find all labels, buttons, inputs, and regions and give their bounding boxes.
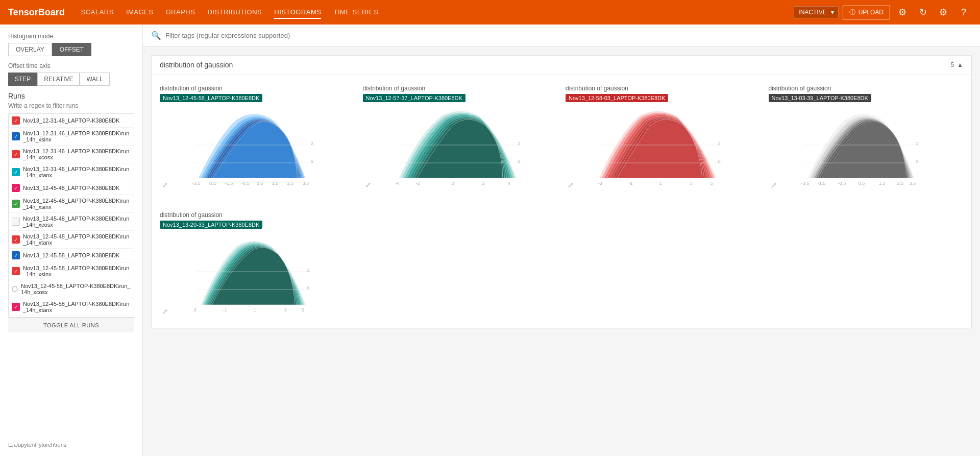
run-list-item[interactable]: Nov13_12-45-48_LAPTOP-K380E8DK\run_14h_x… xyxy=(9,213,134,231)
chart4-area: 2 6 -3.5 -1.5 -0.5 0.5 1.5 2.5 3.5 xyxy=(769,104,964,191)
run-list-item[interactable]: ✓Nov13_12-45-48_LAPTOP-K380E8DK\run_14h_… xyxy=(9,231,134,249)
svg-text:1.5: 1.5 xyxy=(272,181,279,186)
run-checkbox[interactable]: ✓ xyxy=(12,251,20,259)
svg-text:2: 2 xyxy=(482,181,484,186)
axis-wall-btn[interactable]: WALL xyxy=(80,73,109,86)
svg-text:6: 6 xyxy=(311,159,313,164)
svg-text:6: 6 xyxy=(518,159,520,164)
svg-text:-1: -1 xyxy=(223,307,227,313)
nav-graphs[interactable]: GRAPHS xyxy=(165,6,195,19)
upload-button[interactable]: ⓘ UPLOAD xyxy=(843,6,890,19)
svg-text:-2.5: -2.5 xyxy=(209,181,217,186)
chart3-area: 2 6 -3 -1 1 3 5 ⤢ xyxy=(566,104,761,191)
card-expand-btn[interactable]: 5 ▲ xyxy=(950,61,963,68)
nav-images[interactable]: IMAGES xyxy=(126,6,154,19)
nav-timeseries[interactable]: TIME SERIES xyxy=(333,6,378,19)
chart-cell-5: distribution of gaussion Nov13_13-20-33_… xyxy=(156,205,359,324)
run-name: Nov13_12-45-58_LAPTOP-K380E8DK\run_14h_x… xyxy=(23,301,131,313)
top-nav: TensorBoard SCALARS IMAGES GRAPHS DISTRI… xyxy=(0,0,980,25)
main-content: 🔍 distribution of gaussion 5 ▲ distribut… xyxy=(143,25,980,456)
svg-text:2: 2 xyxy=(718,141,721,146)
axis-relative-btn[interactable]: RELATIVE xyxy=(37,73,80,86)
axis-step-btn[interactable]: STEP xyxy=(8,73,37,86)
chart2-expand-icon[interactable]: ⤢ xyxy=(365,181,371,189)
toggle-all-button[interactable]: TOGGLE ALL RUNS xyxy=(8,318,134,332)
run-checkbox[interactable]: ✓ xyxy=(12,168,20,176)
chart1-svg: 2 6 -3.5 -2.5 -1.5 -0.5 0.5 1.5 2.5 3.5 xyxy=(160,104,355,186)
run-list-item[interactable]: ✓Nov13_12-45-58_LAPTOP-K380E8DK\run_14h_… xyxy=(9,262,134,280)
gear-icon[interactable]: ⚙ xyxy=(935,4,951,20)
expand-icon: ▲ xyxy=(957,61,963,68)
nav-links: SCALARS IMAGES GRAPHS DISTRIBUTIONS HIST… xyxy=(81,6,794,19)
svg-text:1.5: 1.5 xyxy=(878,181,885,186)
run-list-item[interactable]: ✓Nov13_12-31-46_LAPTOP-K380E8DK\run_14h_… xyxy=(9,163,134,181)
mode-overlay-btn[interactable]: OVERLAY xyxy=(8,43,52,56)
run-checkbox[interactable]: ✓ xyxy=(12,150,20,158)
chart-cell-2: distribution of gaussion Nov13_12-57-37_… xyxy=(359,79,562,197)
chart3-run-label: Nov13_12-58-03_LAPTOP-K380E8DK xyxy=(566,94,668,102)
run-checkbox[interactable]: ✓ xyxy=(12,132,20,140)
search-input[interactable] xyxy=(165,32,972,39)
run-checkbox[interactable]: ✓ xyxy=(12,267,20,275)
runs-filter-label: Write a regex to filter runs xyxy=(8,102,134,109)
run-name: Nov13_12-31-46_LAPTOP-K380E8DK\run_14h_x… xyxy=(23,130,131,142)
chart5-expand-icon[interactable]: ⤢ xyxy=(162,307,168,316)
svg-text:2.5: 2.5 xyxy=(287,181,294,186)
run-checkbox[interactable] xyxy=(12,218,20,226)
chart-cell-3: distribution of gaussion Nov13_12-58-03_… xyxy=(561,79,765,197)
svg-text:-0.5: -0.5 xyxy=(241,181,250,186)
run-name: Nov13_12-45-58_LAPTOP-K380E8DK xyxy=(23,252,119,258)
run-circle[interactable] xyxy=(12,286,18,292)
run-list-item[interactable]: ✓Nov13_12-31-46_LAPTOP-K380E8DK\run_14h_… xyxy=(9,128,134,146)
search-bar: 🔍 xyxy=(143,25,980,47)
main-card: distribution of gaussion 5 ▲ distributio… xyxy=(151,55,972,328)
settings-icon[interactable]: ⚙ xyxy=(894,4,911,20)
run-checkbox[interactable]: ✓ xyxy=(12,184,20,192)
run-checkbox[interactable]: ✓ xyxy=(12,303,20,311)
nav-scalars[interactable]: SCALARS xyxy=(81,6,114,19)
svg-text:5: 5 xyxy=(710,181,713,186)
chart2-svg: 2 6 -4 -2 0 2 4 xyxy=(363,104,558,186)
svg-text:-2: -2 xyxy=(415,181,420,186)
chart2-area: 2 6 -4 -2 0 2 4 ⤢ xyxy=(363,104,558,191)
run-list-item[interactable]: ✓Nov13_12-45-58_LAPTOP-K380E8DK xyxy=(9,249,134,262)
nav-histograms[interactable]: HISTOGRAMS xyxy=(274,6,321,19)
run-list-item[interactable]: ✓Nov13_12-45-48_LAPTOP-K380E8DK xyxy=(9,181,134,195)
run-name: Nov13_12-45-48_LAPTOP-K380E8DK\run_14h_x… xyxy=(23,233,131,246)
svg-text:-1.5: -1.5 xyxy=(817,181,825,186)
run-list-item[interactable]: ✓Nov13_12-31-46_LAPTOP-K380E8DK\run_14h_… xyxy=(9,146,134,163)
chart5-area: 2 6 -3 -1 1 3 5 ⤢ xyxy=(160,231,355,318)
run-checkbox[interactable]: ✓ xyxy=(12,200,20,208)
chart3-expand-icon[interactable]: ⤢ xyxy=(568,181,574,189)
run-name: Nov13_12-45-58_LAPTOP-K380E8DK\run_14h_x… xyxy=(21,283,131,295)
run-list-item[interactable]: Nov13_12-45-58_LAPTOP-K380E8DK\run_14h_x… xyxy=(9,280,134,298)
svg-text:-1: -1 xyxy=(629,181,633,186)
chart2-run-label: Nov13_12-57-37_LAPTOP-K380E8DK xyxy=(363,94,465,102)
help-icon[interactable]: ? xyxy=(955,4,972,20)
chart4-expand-icon[interactable]: ⤢ xyxy=(771,181,777,189)
run-name: Nov13_12-45-48_LAPTOP-K380E8DK\run_14h_x… xyxy=(23,198,131,210)
card-title: distribution of gaussion xyxy=(160,61,233,69)
chart1-expand-icon[interactable]: ⤢ xyxy=(162,181,168,189)
run-list-item[interactable]: ✓Nov13_12-45-48_LAPTOP-K380E8DK\run_14h_… xyxy=(9,195,134,213)
refresh-icon[interactable]: ↻ xyxy=(915,4,931,20)
svg-text:3: 3 xyxy=(284,307,287,313)
run-list-item[interactable]: ✓Nov13_12-45-58_LAPTOP-K380E8DK\run_14h_… xyxy=(9,298,134,316)
svg-text:-0.5: -0.5 xyxy=(838,181,846,186)
run-checkbox[interactable]: ✓ xyxy=(12,235,20,244)
sidebar-footer: E:\Jupyter\Pytorch\runs xyxy=(8,438,134,448)
svg-text:3: 3 xyxy=(690,181,693,186)
chart3-title: distribution of gaussion xyxy=(566,85,628,94)
nav-distributions[interactable]: DISTRIBUTIONS xyxy=(207,6,262,19)
svg-text:6: 6 xyxy=(307,285,310,291)
inactive-dropdown[interactable]: INACTIVE ▾ xyxy=(794,6,838,18)
brand-logo: TensorBoard xyxy=(8,7,65,18)
chevron-down-icon: ▾ xyxy=(831,9,834,16)
run-name: Nov13_12-45-48_LAPTOP-K380E8DK\run_14h_x… xyxy=(23,215,131,228)
run-checkbox[interactable]: ✓ xyxy=(12,116,20,125)
run-list-item[interactable]: ✓Nov13_12-31-46_LAPTOP-K380E8DK xyxy=(9,114,134,128)
empty-cell-3 xyxy=(765,205,968,324)
svg-text:2: 2 xyxy=(311,141,313,146)
mode-offset-btn[interactable]: OFFSET xyxy=(52,43,91,56)
runs-section: Runs Write a regex to filter runs ✓Nov13… xyxy=(8,92,134,332)
